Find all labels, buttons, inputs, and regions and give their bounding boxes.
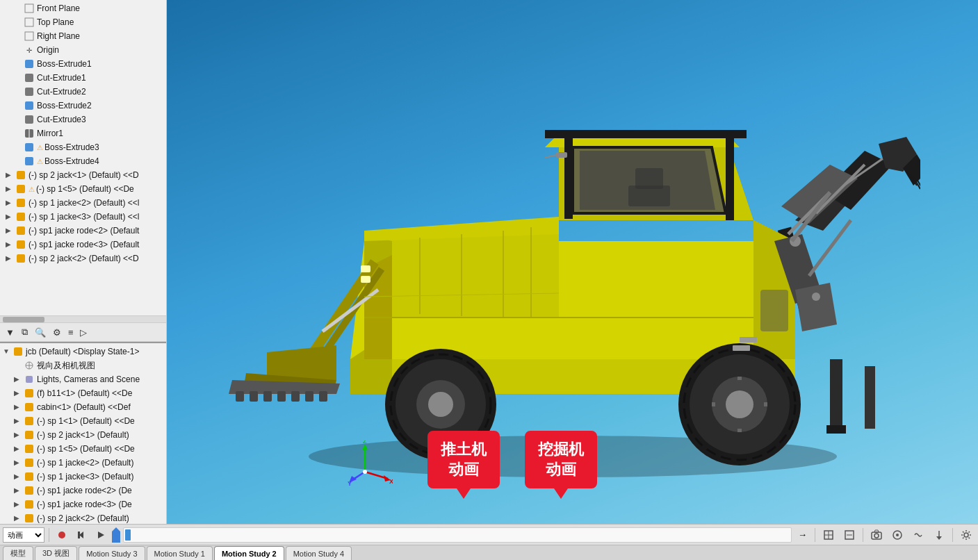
settings-button[interactable]: ⚙	[50, 326, 64, 339]
warning-icon: ⚠	[28, 186, 35, 193]
tab-label: Motion Study 3	[86, 550, 137, 558]
tree-item-jcb[interactable]: ▼ jcb (Default) <Display State-1>	[0, 345, 166, 359]
tree-item-mirror1[interactable]: Mirror1	[0, 126, 166, 140]
svg-marker-142	[936, 536, 942, 540]
bottom-tree-area[interactable]: ▼ jcb (Default) <Display State-1> 视向及相机视…	[0, 343, 166, 524]
animation-type-select[interactable]: 动画 基本运动	[3, 527, 44, 543]
h-scroll-thumb[interactable]	[3, 317, 44, 322]
tree-item-sp1jackerode3[interactable]: ▶ (-) sp1 jacke rode<3> (Default	[0, 238, 166, 252]
feat-icon	[24, 156, 35, 167]
bottom-toolbar: 动画 基本运动 →	[0, 524, 978, 545]
tree-item-sp1jacke3b[interactable]: ▶ (-) sp 1 jacke<3> (Default)	[0, 470, 166, 484]
motor-button[interactable]	[888, 527, 906, 543]
svg-marker-129	[98, 532, 104, 538]
expand-arrow: ▶	[14, 403, 22, 411]
tree-item-viewcam[interactable]: 视向及相机视图	[0, 359, 166, 372]
delete-key-button[interactable]	[840, 527, 858, 543]
tree-item-front-plane[interactable]: Front Plane	[0, 1, 166, 15]
tabs-bar: 模型 3D 视图 Motion Study 3 Motion Study 1 M…	[0, 545, 978, 560]
svg-rect-110	[740, 337, 757, 343]
svg-rect-1	[25, 18, 33, 26]
tree-item-sp2jack-last[interactable]: ▶ (-) sp 2 jack<2> (Default)	[0, 511, 166, 524]
viewport[interactable]: Z X Y 推土机动画 挖掘机动画	[167, 0, 978, 524]
item-label: (-) sp1 jacke rode<2> (Default	[28, 226, 139, 236]
svg-line-113	[545, 155, 556, 158]
tree-item-sp1-5-warn[interactable]: ▶ ⚠ (-) sp 1<5> (Default) <<De	[0, 182, 166, 196]
record-button[interactable]	[54, 527, 70, 543]
item-label: cabin<1> (Default) <<Def	[37, 402, 131, 412]
tree-item-top-plane[interactable]: Top Plane	[0, 15, 166, 29]
expand-arrow: ▶	[14, 445, 22, 453]
warning-icon: ⚠	[37, 144, 43, 151]
excavator-annotation[interactable]: 挖掘机动画	[525, 431, 597, 488]
plane-icon	[24, 3, 35, 14]
tab-motion-study-1[interactable]: Motion Study 1	[147, 546, 213, 560]
tree-item-sp1jacke2b[interactable]: ▶ (-) sp 1 jacke<2> (Default)	[0, 456, 166, 470]
tree-item-sp1jackerode2b[interactable]: ▶ (-) sp1 jacke rode<2> (De	[0, 484, 166, 497]
svg-rect-14	[17, 199, 25, 207]
tree-area[interactable]: Front Plane Top Plane Right Plane ✛ Orig…	[0, 0, 166, 315]
tree-item-sp2jack1b[interactable]: ▶ (-) sp 2 jack<1> (Default)	[0, 428, 166, 442]
expand-arrow	[14, 18, 22, 26]
svg-rect-18	[17, 254, 25, 263]
play-button[interactable]	[92, 527, 109, 543]
timeline-thumb[interactable]	[125, 529, 131, 541]
tree-item-cut-extrude2[interactable]: Cut-Extrude2	[0, 85, 166, 99]
asm-icon	[15, 253, 26, 264]
tree-item-boss-extrude1[interactable]: Boss-Extrude1	[0, 57, 166, 71]
camera-button[interactable]	[867, 527, 886, 543]
tab-model[interactable]: 模型	[3, 546, 33, 560]
motion-settings-button[interactable]	[957, 527, 975, 543]
asm-icon	[24, 415, 35, 427]
expand-arrow: ▶	[14, 459, 22, 467]
search-button[interactable]: 🔍	[32, 326, 49, 339]
tree-item-sp1-5b[interactable]: ▶ (-) sp 1<5> (Default) <<De	[0, 442, 166, 456]
tree-item-cut-extrude1[interactable]: Cut-Extrude1	[0, 71, 166, 85]
arrow-button[interactable]: →	[794, 527, 810, 543]
svg-rect-26	[25, 417, 33, 425]
tree-item-cut-extrude3[interactable]: Cut-Extrude3	[0, 113, 166, 126]
svg-rect-3	[25, 60, 33, 68]
tree-item-sp11[interactable]: ▶ (-) sp 1<1> (Default) <<De	[0, 414, 166, 428]
item-label: Boss-Extrude3	[44, 142, 99, 152]
tree-item-boss-extrude2[interactable]: Boss-Extrude2	[0, 99, 166, 113]
tree-item-sp2jack1[interactable]: ▶ (-) sp 2 jack<1> (Default) <<D	[0, 168, 166, 182]
svg-rect-2	[25, 32, 33, 40]
tree-item-origin[interactable]: ✛ Origin	[0, 43, 166, 57]
filter-button[interactable]: ▼	[3, 326, 17, 339]
expand-arrow: ▶	[14, 486, 22, 495]
tab-motion-study-4[interactable]: Motion Study 4	[286, 546, 352, 560]
tree-item-sp1jackerode3b[interactable]: ▶ (-) sp1 jacke rode<3> (De	[0, 497, 166, 511]
view-button[interactable]: ⧉	[19, 325, 31, 339]
bulldozer-annotation[interactable]: 推土机动画	[427, 431, 500, 488]
tab-3d-view[interactable]: 3D 视图	[35, 546, 77, 560]
tree-item-right-plane[interactable]: Right Plane	[0, 29, 166, 43]
expand-button[interactable]: ▷	[77, 326, 90, 339]
item-label: (-) sp 1 jacke<2> (Default)	[37, 458, 133, 468]
tree-item-sp1jackerode2[interactable]: ▶ (-) sp1 jacke rode<2> (Default	[0, 224, 166, 238]
h-scrollbar[interactable]	[0, 315, 166, 322]
tree-item-boss-extrude4[interactable]: ⚠ Boss-Extrude4	[0, 154, 166, 168]
timeline-area[interactable]	[123, 527, 792, 543]
svg-rect-86	[305, 391, 313, 402]
item-label: Lights, Cameras and Scene	[37, 374, 140, 384]
keyframe-button[interactable]	[820, 527, 838, 543]
spring-button[interactable]	[909, 527, 927, 543]
tab-motion-study-2[interactable]: Motion Study 2	[214, 546, 284, 560]
svg-rect-4	[25, 74, 33, 82]
gravity-button[interactable]	[930, 527, 948, 543]
tree-item-sp2jack2[interactable]: ▶ (-) sp 2 jack<2> (Default) <<D	[0, 252, 166, 265]
tree-item-cabin1[interactable]: ▶ cabin<1> (Default) <<Def	[0, 400, 166, 414]
tree-item-lights[interactable]: ▶ Lights, Cameras and Scene	[0, 372, 166, 386]
svg-rect-128	[78, 532, 80, 538]
asm-icon	[24, 485, 35, 496]
tab-motion-study-3[interactable]: Motion Study 3	[79, 546, 145, 560]
tree-item-sp1jacke2[interactable]: ▶ (-) sp 1 jacke<2> (Default) <<l	[0, 196, 166, 210]
tree-item-b11[interactable]: ▶ (f) b11<1> (Default) <<De	[0, 386, 166, 400]
more-button[interactable]: ≡	[65, 326, 76, 339]
svg-rect-33	[25, 514, 33, 522]
rewind-button[interactable]	[73, 527, 90, 543]
tree-item-boss-extrude3[interactable]: ⚠ Boss-Extrude3	[0, 140, 166, 154]
tree-item-sp1jacke3[interactable]: ▶ (-) sp 1 jacke<3> (Default) <<l	[0, 210, 166, 224]
svg-rect-61	[545, 130, 747, 138]
